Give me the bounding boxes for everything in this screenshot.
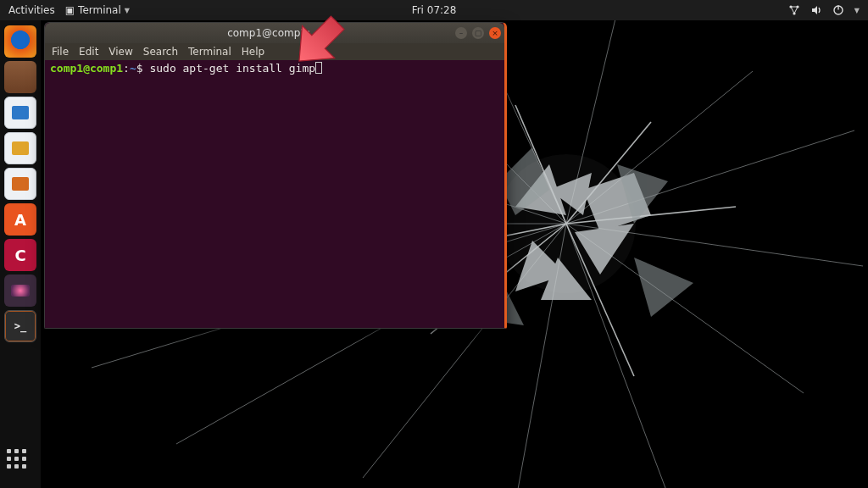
show-applications-button[interactable] — [7, 449, 34, 476]
top-panel: Activities ▣ Terminal ▼ Fri 07:28 ▼ — [0, 0, 868, 20]
terminal-menubar: File Edit View Search Terminal Help — [45, 43, 504, 60]
terminal-body[interactable]: comp1@comp1:~$ sudo apt-get install gimp — [45, 60, 504, 328]
software-icon[interactable] — [4, 203, 36, 236]
video-icon[interactable] — [4, 274, 36, 307]
menu-file[interactable]: File — [52, 46, 69, 58]
terminal-window: comp1@comp1: ~ – ▢ × File Edit View Sear… — [44, 22, 507, 329]
app-menu[interactable]: ▣ Terminal ▼ — [65, 4, 130, 16]
chevron-down-icon[interactable]: ▼ — [854, 7, 860, 14]
calc-icon[interactable] — [4, 132, 36, 164]
sound-icon[interactable] — [810, 4, 822, 16]
app-menu-label: Terminal — [78, 4, 121, 16]
text-cursor — [315, 62, 322, 74]
window-close-button[interactable]: × — [489, 27, 501, 39]
menu-view[interactable]: View — [108, 46, 132, 58]
window-minimize-button[interactable]: – — [455, 27, 467, 39]
prompt-sep: : — [123, 62, 130, 75]
window-titlebar[interactable]: comp1@comp1: ~ – ▢ × — [45, 23, 504, 43]
prompt-userhost: comp1@comp1 — [50, 62, 123, 75]
firefox-icon[interactable] — [4, 25, 36, 58]
dock: C — [0, 20, 41, 488]
c-app-icon[interactable]: C — [4, 239, 36, 271]
command-text: sudo apt-get install gimp — [149, 62, 315, 75]
window-maximize-button[interactable]: ▢ — [472, 27, 484, 39]
menu-terminal[interactable]: Terminal — [188, 46, 231, 58]
menu-search[interactable]: Search — [143, 46, 178, 58]
impress-icon[interactable] — [4, 168, 36, 200]
power-icon[interactable] — [832, 4, 844, 16]
svg-rect-16 — [837, 6, 838, 10]
terminal-indicator-icon: ▣ — [65, 4, 75, 16]
prompt-dollar: $ — [136, 62, 150, 75]
activities-button[interactable]: Activities — [8, 4, 55, 16]
menu-edit[interactable]: Edit — [79, 46, 98, 58]
writer-icon[interactable] — [4, 97, 36, 129]
chevron-down-icon: ▼ — [125, 7, 130, 14]
clock[interactable]: Fri 07:28 — [412, 4, 457, 16]
window-title: comp1@comp1: ~ — [227, 27, 322, 39]
files-icon[interactable] — [4, 61, 36, 93]
network-icon[interactable] — [788, 4, 800, 16]
menu-help[interactable]: Help — [242, 46, 264, 58]
prompt-path: ~ — [130, 62, 136, 75]
terminal-icon[interactable] — [4, 310, 36, 342]
